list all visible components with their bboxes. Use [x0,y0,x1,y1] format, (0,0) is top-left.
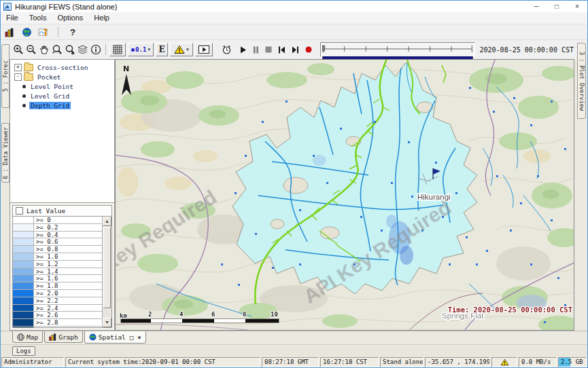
legend-color-swatch [13,253,34,260]
collapse-toggle-icon[interactable]: - [14,73,22,81]
tree-item-cross-section[interactable]: + Cross-section [14,63,114,72]
tree-item-label[interactable]: Cross-section [36,64,89,71]
chevron-down-icon[interactable]: ▾ [148,47,150,52]
tree-item-level-grid[interactable]: Level Grid [22,92,114,100]
minimize-button[interactable]: ─ [526,1,547,12]
layers-button[interactable] [76,43,89,56]
bullet-icon [22,104,26,107]
legend-row-label: >= 1.6 [34,275,103,282]
tree-item-label[interactable]: Level Grid [29,92,71,100]
close-button[interactable]: × [567,1,587,12]
legend-row-label: >= 0.8 [34,246,103,253]
zoom-out-icon [26,44,37,55]
go-to-end-button[interactable] [292,46,299,54]
status-mode: Stand alone [380,357,423,367]
legend-color-swatch [13,232,34,238]
side-tab-forecast[interactable]: 5 : Forec [1,44,10,108]
zoom-next-button[interactable] [63,43,76,56]
scroll-up-icon[interactable]: ▲ [103,217,111,226]
map-display-button[interactable] [20,26,33,39]
legend-row: >= 0 [13,217,103,224]
app-logo-icon [3,3,12,11]
scroll-thumb[interactable] [103,227,111,308]
tab-map[interactable]: Map [12,331,43,343]
tab-spatial[interactable]: Spatial □ × [84,331,146,344]
legend-color-swatch [13,275,34,282]
logs-button[interactable]: Logs [12,346,35,356]
last-value-label[interactable]: Last Value [27,207,65,215]
legend-row: >= 0.8 [13,246,103,253]
display-tabs: Map Graph Spatial □ × [1,331,587,344]
time-slider[interactable] [320,42,475,57]
stop-button[interactable] [265,46,272,53]
legend-row: >= 1.4 [13,268,103,276]
menu-options[interactable]: Options [52,12,88,24]
record-button[interactable] [305,46,312,53]
logs-row: Logs [1,344,587,357]
map-toolbar: 0.1 ▾ E ▾ [1,39,587,59]
zoom-in-icon [13,44,24,55]
tab-graph[interactable]: Graph [44,331,83,343]
north-label: N [123,65,129,73]
folder-icon [24,64,33,71]
tree-item-label[interactable]: Level Point [29,83,75,90]
bullet-icon [22,94,26,98]
status-warning[interactable] [491,357,517,367]
pause-button[interactable] [253,46,259,54]
status-network-speed: 0.0 MB/s [519,357,557,367]
side-tab-data-viewer[interactable]: 6 : Data Viewer [1,123,10,183]
legend-row: >= 1.6 [13,275,103,282]
play-button[interactable] [240,46,247,54]
go-to-start-button[interactable] [278,46,286,54]
info-button[interactable] [89,43,102,56]
chevron-down-icon[interactable]: ▾ [186,47,189,52]
thresholds-button[interactable]: ▾ [170,43,193,56]
bullet-icon [22,85,26,88]
tree-item-depth-grid[interactable]: Depth Grid [22,101,114,110]
tree-item-pocket[interactable]: - Pocket [14,73,114,81]
spatial-display-button[interactable] [37,26,50,39]
legend-scrollbar[interactable]: ▲ ▼ [102,217,111,327]
show-labels-button[interactable]: E [156,43,168,56]
animation-settings-button[interactable] [220,43,233,56]
database-icon [5,27,15,37]
zoom-in-button[interactable] [12,43,24,56]
time-slider-handle[interactable] [322,45,325,52]
database-viewer-button[interactable] [3,26,16,39]
status-coordinates: -35.657 , 174.199 [425,357,490,367]
zoom-previous-button[interactable] [50,43,63,56]
tab-restore-icon[interactable]: □ [130,334,133,341]
pan-button[interactable] [37,43,50,56]
tree-item-label[interactable]: Pocket [36,73,62,81]
value-dot-icon [131,48,135,52]
maximize-button[interactable]: □ [547,1,567,12]
map-canvas[interactable]: API Key Required API Key Required Hikura… [116,60,574,331]
movie-player-button[interactable] [195,43,213,56]
legend-row-label: >= 0.4 [34,232,103,238]
tab-close-icon[interactable]: × [137,334,141,341]
filter-tree: + Cross-section - Pocket Level Point Lev… [10,60,114,203]
legend-row: >= 1.0 [13,253,103,261]
zoom-out-button[interactable] [24,43,37,56]
side-tab-plot-overview[interactable]: 3 : Plot Overview [577,43,586,119]
map-view[interactable]: API Key Required API Key Required Hikura… [115,59,574,331]
globe-wire-icon [17,333,24,341]
last-value-checkbox[interactable] [16,207,23,215]
expand-toggle-icon[interactable]: + [14,64,22,71]
tree-item-label-selected[interactable]: Depth Grid [29,102,71,109]
legend-row-label: >= 1.0 [34,253,103,260]
tree-item-level-point[interactable]: Level Point [22,82,114,91]
menu-tools[interactable]: Tools [24,12,52,24]
show-values-button[interactable]: 0.1 ▾ [128,43,154,56]
menu-help[interactable]: Help [88,12,115,24]
legend-row-label: >= 2.6 [34,312,103,318]
scroll-down-icon[interactable]: ▼ [103,318,111,327]
legend-panel: Last Value >= 0 >= 0.2 >= 0.4 >= 0.6 >= … [10,203,114,330]
help-button[interactable]: ? [66,27,80,37]
time-slider-track[interactable] [322,45,473,53]
show-grid-button[interactable] [109,43,126,56]
menu-file[interactable]: File [1,12,24,24]
timer-icon [221,44,232,56]
legend-color-swatch [13,297,34,304]
scale-tick: 2 [148,311,152,318]
